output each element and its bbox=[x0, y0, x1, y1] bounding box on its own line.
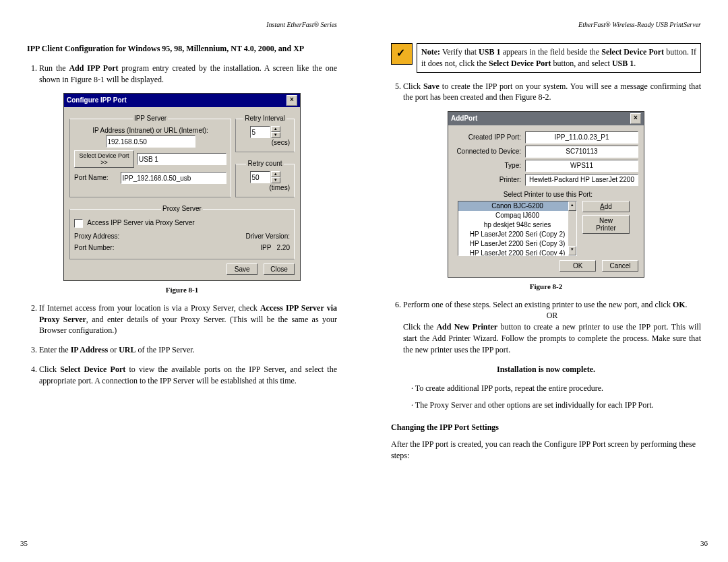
page-header-right: EtherFast® Wireless-Ready USB PrintServe… bbox=[391, 20, 701, 30]
cancel-button[interactable]: Cancel bbox=[602, 260, 638, 272]
figure-8-1: Configure IPP Port × IPP Server IP Addre… bbox=[27, 93, 337, 295]
created-ipp-port-field[interactable]: IPP_11.0.0.23_P1 bbox=[525, 131, 638, 144]
subheading-changing-ipp: Changing the IPP Port Settings bbox=[391, 422, 701, 433]
spin-down-icon[interactable]: ▾ bbox=[271, 177, 280, 183]
select-printer-label: Select Printer to use this Port: bbox=[458, 190, 638, 199]
device-field[interactable] bbox=[137, 153, 226, 165]
figure-8-1-caption: Figure 8-1 bbox=[27, 285, 337, 295]
list-item[interactable]: Canon BJC-6200 bbox=[458, 201, 576, 211]
port-name-label: Port Name: bbox=[74, 173, 109, 183]
ipp-server-group: IPP Server IP Address (Intranet) or URL … bbox=[69, 114, 231, 197]
page-left: Instant EtherFast® Series IPP Client Con… bbox=[0, 0, 364, 562]
save-button[interactable]: Save bbox=[226, 263, 257, 275]
installation-complete: Installation is now complete. bbox=[391, 364, 701, 375]
proxy-checkbox[interactable] bbox=[74, 219, 83, 228]
scroll-down-icon[interactable]: ▾ bbox=[568, 246, 576, 255]
spin-up-icon[interactable]: ▴ bbox=[271, 126, 280, 132]
type-field[interactable]: WPS11 bbox=[525, 160, 638, 172]
scrollbar[interactable]: ▴ ▾ bbox=[568, 201, 576, 255]
page-number-right: 36 bbox=[700, 538, 708, 549]
scroll-up-icon[interactable]: ▴ bbox=[568, 201, 576, 211]
section-title: IPP Client Configuration for Windows 95,… bbox=[27, 43, 337, 55]
retry-interval-spinner[interactable]: ▴▾ bbox=[250, 126, 280, 138]
proxy-server-group: Proxy Server Access IPP Server via Proxy… bbox=[69, 204, 295, 259]
spin-up-icon[interactable]: ▴ bbox=[271, 171, 280, 177]
connected-device-field[interactable]: SC710113 bbox=[525, 146, 638, 158]
titlebar: AddPort × bbox=[448, 112, 644, 125]
retry-count-spinner[interactable]: ▴▾ bbox=[250, 171, 280, 183]
page-right: EtherFast® Wireless-Ready USB PrintServe… bbox=[364, 0, 728, 562]
step3: Enter the IP Address or URL of the IPP S… bbox=[39, 344, 337, 356]
step6: Perform one of these steps. Select an ex… bbox=[403, 299, 701, 356]
select-device-port-button[interactable]: Select Device Port >> bbox=[74, 150, 134, 168]
port-name-input[interactable] bbox=[121, 172, 226, 184]
note-box: Note: Verify that USB 1 appears in the f… bbox=[391, 43, 701, 73]
spin-down-icon[interactable]: ▾ bbox=[271, 132, 280, 138]
new-printer-button[interactable]: New Printer bbox=[582, 215, 630, 234]
printer-field[interactable]: Hewlett-Packard HP LaserJet 2200 bbox=[525, 174, 638, 186]
retry-interval-group: Retry Interval ▴▾ (secs) bbox=[235, 114, 295, 152]
close-icon[interactable]: × bbox=[630, 113, 641, 124]
printer-listbox[interactable]: Canon BJC-6200 Compaq IJ600 hp deskjet 9… bbox=[458, 201, 577, 256]
configure-ipp-dialog: Configure IPP Port × IPP Server IP Addre… bbox=[63, 93, 301, 281]
step4: Click Select Device Port to view the ava… bbox=[39, 364, 337, 387]
list-item[interactable]: HP LaserJet 2200 Seri (Copy 2) bbox=[458, 230, 576, 239]
dialog-title: Configure IPP Port bbox=[67, 96, 127, 105]
list-item[interactable]: HP LaserJet 2200 Seri (Copy 3) bbox=[458, 239, 576, 249]
page-number-left: 35 bbox=[20, 538, 28, 549]
ip-label: IP Address (Intranet) or URL (Internet): bbox=[74, 126, 226, 135]
addport-dialog: AddPort × Created IPP Port:IPP_11.0.0.23… bbox=[448, 111, 644, 278]
step5: Click Save to create the IPP port on you… bbox=[403, 81, 701, 104]
page-header-left: Instant EtherFast® Series bbox=[27, 20, 337, 30]
retry-count-group: Retry count ▴▾ (times) bbox=[235, 159, 295, 197]
steps-left: Run the Add IPP Port program entry creat… bbox=[27, 63, 337, 86]
step2: If Internet access from your location is… bbox=[39, 303, 337, 336]
list-item[interactable]: HP LaserJet 2200 Seri (Copy 4) bbox=[458, 249, 576, 256]
list-item[interactable]: Compaq IJ600 bbox=[458, 211, 576, 220]
figure-8-2-caption: Figure 8-2 bbox=[391, 282, 701, 292]
add-button[interactable]: Add bbox=[582, 201, 630, 212]
step1: Run the Add IPP Port program entry creat… bbox=[39, 63, 337, 86]
ip-address-input[interactable] bbox=[106, 135, 195, 148]
close-icon[interactable]: × bbox=[286, 95, 297, 106]
close-button[interactable]: Close bbox=[264, 263, 295, 275]
bullet1: · To create additional IPP ports, repeat… bbox=[418, 383, 701, 394]
checkmark-icon bbox=[391, 43, 413, 65]
after-text: After the IPP port is created, you can r… bbox=[391, 439, 701, 462]
ok-button[interactable]: OK bbox=[559, 260, 596, 272]
bullet2: · The Proxy Server and other options are… bbox=[418, 400, 701, 411]
list-item[interactable]: hp deskjet 948c series bbox=[458, 220, 576, 230]
figure-8-2: AddPort × Created IPP Port:IPP_11.0.0.23… bbox=[391, 111, 701, 292]
titlebar: Configure IPP Port × bbox=[64, 94, 300, 107]
